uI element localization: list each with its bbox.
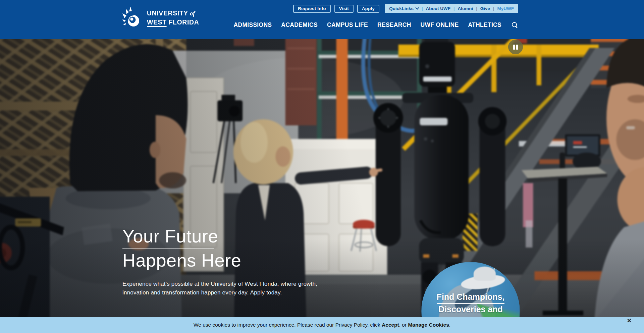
quicklinks-bar: QuickLinks | About UWF | Alumni | Give |… — [385, 4, 518, 13]
accept-cookies-link[interactable]: Accept — [382, 322, 399, 328]
give-link[interactable]: Give — [480, 6, 490, 11]
nav-campus-life[interactable]: CAMPUS LIFE — [327, 21, 368, 29]
logo-wordmark: UNIVERSITY of WEST FLORIDA — [147, 9, 199, 27]
uwf-logo[interactable]: UNIVERSITY of WEST FLORIDA — [122, 7, 203, 29]
close-icon[interactable]: ✕ — [627, 318, 632, 324]
nav-admissions[interactable]: ADMISSIONS — [234, 21, 272, 29]
request-info-button[interactable]: Request Info — [293, 5, 331, 13]
search-icon[interactable] — [512, 22, 518, 29]
site-header: UNIVERSITY of WEST FLORIDA Request Info … — [0, 0, 644, 39]
pause-icon — [513, 45, 515, 50]
hero-title-line1: Your Future — [122, 226, 324, 246]
about-uwf-link[interactable]: About UWF — [426, 6, 450, 11]
cookie-text: We use cookies to improve your experienc… — [194, 322, 450, 328]
hero-video-section: Your Future Happens Here Experience what… — [0, 39, 644, 333]
privacy-policy-link[interactable]: Privacy Policy — [335, 322, 367, 328]
manage-cookies-link[interactable]: Manage Cookies — [408, 322, 449, 328]
cookie-banner: We use cookies to improve your experienc… — [0, 317, 644, 333]
hero-title-line2: Happens Here — [122, 250, 324, 270]
visit-button[interactable]: Visit — [334, 5, 354, 13]
alumni-link[interactable]: Alumni — [458, 6, 473, 11]
nav-athletics[interactable]: ATHLETICS — [468, 21, 501, 29]
pause-button[interactable] — [508, 40, 523, 54]
main-navigation: ADMISSIONS ACADEMICS CAMPUS LIFE RESEARC… — [234, 21, 519, 29]
utility-bar: Request Info Visit Apply QuickLinks | Ab… — [293, 4, 518, 13]
title-underline — [122, 248, 214, 249]
myuwf-link[interactable]: MyUWF — [497, 6, 514, 11]
nav-uwf-online[interactable]: UWF ONLINE — [421, 21, 459, 29]
quicklinks-dropdown[interactable]: QuickLinks — [389, 6, 419, 11]
title-underline — [122, 273, 233, 273]
separator: | — [493, 6, 494, 11]
apply-button[interactable]: Apply — [357, 5, 379, 13]
nav-research[interactable]: RESEARCH — [377, 21, 411, 29]
badge-caption: Find Champions, Discoveries and — [421, 291, 520, 315]
hero-copy: Your Future Happens Here Experience what… — [122, 226, 324, 297]
hero-description: Experience what's possible at the Univer… — [122, 280, 324, 297]
pause-icon — [516, 45, 518, 50]
separator: | — [476, 6, 477, 11]
separator: | — [422, 6, 423, 11]
nav-academics[interactable]: ACADEMICS — [281, 21, 318, 29]
separator: | — [453, 6, 455, 11]
nautilus-shell-icon — [122, 7, 142, 29]
chevron-down-icon — [415, 6, 419, 9]
